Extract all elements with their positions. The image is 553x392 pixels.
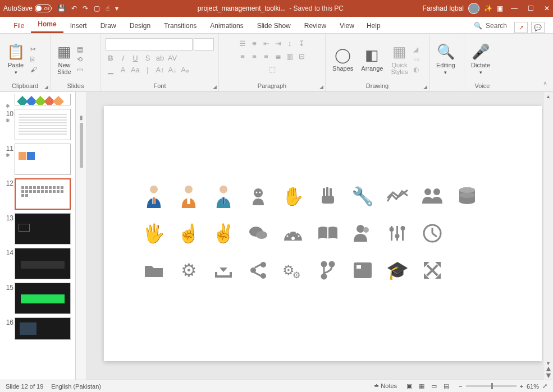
indent-dec-button[interactable]: ⇤ <box>261 39 271 48</box>
person-blue-icon[interactable] <box>138 179 170 214</box>
tab-transitions[interactable]: Transitions <box>157 19 203 33</box>
notes-button[interactable]: ≐ Notes <box>374 382 397 390</box>
save-icon[interactable]: 💾 <box>57 4 66 12</box>
person-teal-icon[interactable] <box>207 179 240 214</box>
autosave-switch[interactable]: Off <box>35 4 52 12</box>
wrench-icon[interactable]: 🔧 <box>346 179 379 214</box>
hand-peace-icon[interactable]: ✌ <box>207 216 240 251</box>
expand-icon[interactable] <box>416 253 449 288</box>
prev-slide-icon[interactable]: ⯅ <box>546 366 551 372</box>
reset-icon[interactable]: ⟲ <box>77 56 83 63</box>
dialog-launcher-icon[interactable]: ◢ <box>319 84 323 90</box>
align-text-button[interactable]: ⊟ <box>296 52 307 61</box>
language-indicator[interactable]: English (Pakistan) <box>51 383 101 390</box>
tab-insert[interactable]: Insert <box>63 19 94 33</box>
font-color-button[interactable]: ▁ <box>106 66 116 74</box>
slideshow-start-icon[interactable]: ▢ <box>94 4 100 12</box>
gauge-icon[interactable] <box>277 216 309 251</box>
scroll-down-icon[interactable]: ▾ <box>547 360 550 366</box>
font-size-combo[interactable] <box>194 38 214 50</box>
search-box[interactable]: 🔍 Search <box>468 19 513 33</box>
editing-button[interactable]: 🔍Editing▾ <box>434 42 458 76</box>
layout-icon[interactable]: ▤ <box>77 45 83 53</box>
share-icon[interactable] <box>242 253 275 288</box>
collapse-ribbon-icon[interactable]: ＾ <box>542 80 549 89</box>
comments-button[interactable]: 💬 <box>531 22 545 33</box>
slideshow-view-icon[interactable]: ▤ <box>442 382 451 390</box>
dialog-launcher-icon[interactable]: ◢ <box>423 84 427 90</box>
ribbon-display-icon[interactable]: ▣ <box>497 4 503 12</box>
news-icon[interactable] <box>346 253 379 288</box>
bullets-button[interactable]: ☰ <box>237 39 248 48</box>
shapes-button[interactable]: ◯Shapes <box>330 45 355 73</box>
grow-font-button[interactable]: A↑ <box>155 66 165 74</box>
paste-button[interactable]: 📋 Paste ▾ <box>4 42 27 76</box>
align-left-button[interactable]: ≡ <box>237 52 248 61</box>
clear-format-button[interactable]: Aᵩ <box>180 66 190 74</box>
quick-styles-button[interactable]: ▦Quick Styles <box>389 42 410 76</box>
undo-icon[interactable]: ↶ <box>71 4 77 12</box>
avatar[interactable] <box>468 3 479 14</box>
highlight-button[interactable]: A <box>118 66 128 74</box>
scroll-up-icon[interactable]: ▴ <box>547 93 550 99</box>
reading-view-icon[interactable]: ▭ <box>429 382 438 390</box>
user-area[interactable]: Farshad Iqbal ✨ ▣ <box>423 3 503 14</box>
thumb-10[interactable]: 10✱ <box>1 109 74 140</box>
thumb-12[interactable]: 12 <box>1 178 74 210</box>
users-icon[interactable] <box>416 179 449 214</box>
child-icon[interactable] <box>242 179 275 214</box>
line-spacing-button[interactable]: ↕ <box>285 39 295 48</box>
chart-line-icon[interactable] <box>381 179 414 214</box>
shape-effects-icon[interactable]: ◐ <box>413 66 419 73</box>
normal-view-icon[interactable]: ▣ <box>405 382 414 390</box>
dialog-launcher-icon[interactable]: ◢ <box>44 84 48 90</box>
person-orange-icon[interactable] <box>172 179 205 214</box>
thumb-9-partial[interactable]: ✱ <box>1 94 74 105</box>
slide-canvas[interactable]: ✋ 🔧 🖐 ☝ ✌ <box>104 106 542 361</box>
graduation-icon[interactable]: 🎓 <box>381 253 414 288</box>
clock-icon[interactable] <box>416 216 449 251</box>
align-right-button[interactable]: ≡ <box>261 52 271 61</box>
tab-file[interactable]: File <box>7 19 31 33</box>
hand-three-icon[interactable] <box>312 179 344 214</box>
redo-icon[interactable]: ↷ <box>83 4 88 12</box>
slide-counter[interactable]: Slide 12 of 19 <box>6 383 43 390</box>
sorter-view-icon[interactable]: ▦ <box>417 382 426 390</box>
smartart-button[interactable]: ⬚ <box>267 65 277 73</box>
next-slide-icon[interactable]: ⯆ <box>546 372 551 379</box>
font-family-combo[interactable] <box>106 38 193 50</box>
zoom-out-icon[interactable]: − <box>459 383 462 390</box>
change-case-button[interactable]: Aa <box>130 66 140 74</box>
shape-fill-icon[interactable]: ◢ <box>413 45 419 53</box>
branch-icon[interactable] <box>312 253 344 288</box>
fit-window-icon[interactable]: ⤢ <box>542 382 547 390</box>
italic-button[interactable]: I <box>118 54 128 62</box>
shadow-button[interactable]: ab <box>155 54 165 62</box>
gear-icon[interactable]: ⚙ <box>172 253 205 288</box>
zoom-slider[interactable] <box>466 385 517 387</box>
thumb-15[interactable]: 15 <box>1 283 74 314</box>
thumb-14[interactable]: 14 <box>1 248 74 279</box>
database-icon[interactable] <box>451 179 483 214</box>
justify-button[interactable]: ≣ <box>273 52 283 61</box>
section-icon[interactable]: ▭ <box>77 66 83 73</box>
tab-slideshow[interactable]: Slide Show <box>250 19 298 33</box>
copy-icon[interactable]: ⎘ <box>30 56 37 63</box>
char-spacing-button[interactable]: AV <box>167 54 177 62</box>
autosave-toggle[interactable]: AutoSave Off <box>3 4 52 12</box>
zoom-in-icon[interactable]: + <box>520 383 523 390</box>
qat-more-icon[interactable]: ▾ <box>115 4 118 12</box>
hand-four-icon[interactable]: ✋ <box>277 179 309 214</box>
tab-view[interactable]: View <box>333 19 361 33</box>
share-button[interactable]: ↗ <box>514 22 528 33</box>
text-direction-button[interactable]: ↧ <box>296 39 307 48</box>
book-icon[interactable] <box>312 216 344 251</box>
folder-icon[interactable] <box>138 253 170 288</box>
zoom-percent[interactable]: 61% <box>527 383 539 390</box>
thumb-13[interactable]: 13 <box>1 213 74 245</box>
tab-help[interactable]: Help <box>361 19 386 33</box>
arrange-button[interactable]: ◧Arrange <box>359 45 385 73</box>
underline-button[interactable]: U <box>130 54 140 62</box>
tab-design[interactable]: Design <box>123 19 157 33</box>
cut-icon[interactable]: ✂ <box>30 45 37 53</box>
